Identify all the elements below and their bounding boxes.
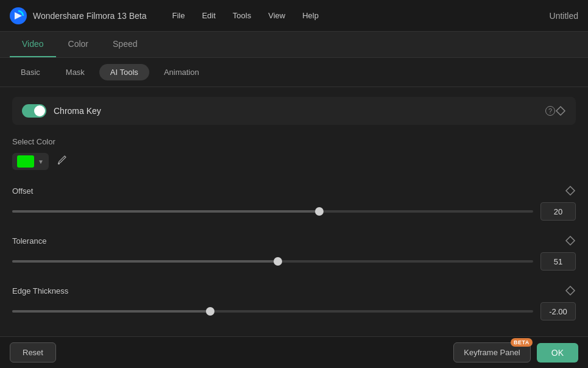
chroma-key-keyframe-icon[interactable]	[555, 105, 566, 116]
menu-edit[interactable]: Edit	[194, 7, 222, 24]
color-dropdown-arrow: ▼	[38, 158, 44, 165]
help-icon[interactable]: ?	[545, 106, 555, 116]
tab-mask[interactable]: Mask	[55, 64, 96, 80]
outer-tab-bar: Video Color Speed	[0, 32, 588, 58]
edge-thickness-slider-track[interactable]	[12, 310, 533, 313]
footer-right: Keyframe Panel BETA OK	[453, 342, 578, 363]
tab-speed[interactable]: Speed	[101, 32, 149, 57]
offset-slider-thumb[interactable]	[315, 207, 324, 216]
tolerance-section: Tolerance 51	[12, 235, 576, 271]
edge-thickness-slider-fill	[12, 310, 210, 313]
tab-video[interactable]: Video	[10, 32, 56, 57]
chroma-key-toggle[interactable]	[22, 104, 46, 118]
tab-basic[interactable]: Basic	[10, 64, 51, 80]
beta-badge: BETA	[511, 338, 533, 347]
content-area: Chroma Key ? Select Color ▼ Offset	[0, 87, 588, 345]
menu-bar: File Edit Tools View Help	[165, 7, 550, 24]
menu-help[interactable]: Help	[295, 7, 326, 24]
inner-tab-bar: Basic Mask AI Tools Animation	[0, 58, 588, 87]
title-bar: Wondershare Filmora 13 Beta File Edit To…	[0, 0, 588, 32]
tolerance-value-box[interactable]: 51	[540, 252, 576, 271]
menu-tools[interactable]: Tools	[225, 7, 258, 24]
offset-slider-row: 20	[12, 202, 576, 221]
tolerance-header: Tolerance	[12, 235, 576, 246]
reset-button[interactable]: Reset	[10, 342, 56, 363]
toggle-track	[22, 104, 46, 118]
offset-label: Offset	[12, 186, 33, 196]
color-swatch-container[interactable]: ▼	[12, 153, 49, 170]
edge-thickness-section: Edge Thickness -2.00	[12, 285, 576, 320]
offset-keyframe-icon[interactable]	[565, 185, 576, 196]
svg-point-1	[58, 163, 60, 165]
offset-slider-fill	[12, 210, 319, 213]
menu-view[interactable]: View	[261, 7, 292, 24]
select-color-label: Select Color	[12, 137, 576, 146]
tolerance-keyframe-icon[interactable]	[565, 235, 576, 246]
edge-thickness-keyframe-icon[interactable]	[565, 285, 576, 296]
offset-value-box[interactable]: 20	[540, 202, 576, 221]
tolerance-label: Tolerance	[12, 236, 46, 246]
keyframe-panel-button[interactable]: Keyframe Panel BETA	[453, 342, 531, 363]
ok-button[interactable]: OK	[537, 343, 578, 363]
tolerance-slider-track[interactable]	[12, 260, 533, 263]
tolerance-slider-row: 51	[12, 252, 576, 271]
chroma-key-label: Chroma Key	[54, 106, 542, 116]
chroma-key-row: Chroma Key ?	[12, 97, 576, 125]
tab-ai-tools[interactable]: AI Tools	[99, 64, 149, 80]
tab-color[interactable]: Color	[56, 32, 101, 57]
edge-thickness-slider-thumb[interactable]	[206, 307, 214, 316]
tolerance-slider-thumb[interactable]	[274, 257, 282, 266]
menu-file[interactable]: File	[165, 7, 193, 24]
footer: Reset Keyframe Panel BETA OK	[0, 336, 588, 368]
app-title: Wondershare Filmora 13 Beta	[33, 11, 147, 21]
toggle-thumb	[34, 105, 45, 116]
offset-slider-track[interactable]	[12, 210, 533, 213]
tolerance-slider-fill	[12, 260, 278, 263]
offset-header: Offset	[12, 185, 576, 196]
offset-section: Offset 20	[12, 185, 576, 221]
window-title: Untitled	[550, 11, 578, 21]
color-swatch	[17, 155, 34, 168]
edge-thickness-slider-row: -2.00	[12, 302, 576, 320]
select-color-section: Select Color ▼	[12, 137, 576, 171]
app-logo	[10, 7, 27, 24]
eyedropper-button[interactable]	[54, 152, 69, 171]
edge-thickness-label: Edge Thickness	[12, 286, 68, 295]
color-picker-row: ▼	[12, 152, 576, 171]
edge-thickness-header: Edge Thickness	[12, 285, 576, 296]
tab-animation[interactable]: Animation	[153, 64, 210, 80]
edge-thickness-value-box[interactable]: -2.00	[540, 302, 576, 320]
